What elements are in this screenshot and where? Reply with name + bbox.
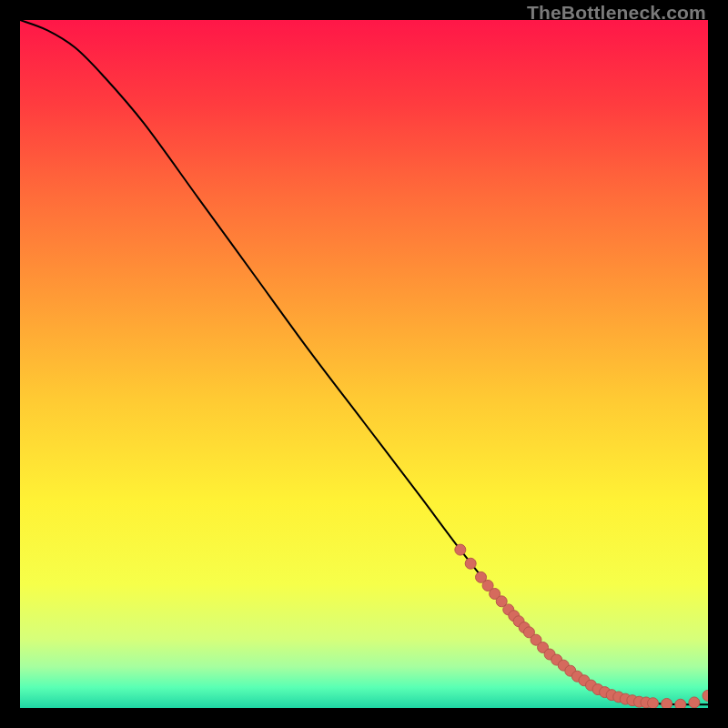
data-marker bbox=[465, 558, 476, 569]
watermark-text: TheBottleneck.com bbox=[527, 2, 706, 24]
data-marker bbox=[703, 690, 708, 701]
curve-line bbox=[20, 20, 708, 704]
chart-overlay bbox=[20, 20, 708, 708]
data-marker bbox=[689, 697, 700, 708]
data-marker bbox=[675, 699, 686, 708]
data-marker bbox=[648, 698, 659, 708]
data-marker bbox=[455, 544, 466, 555]
data-marker bbox=[662, 698, 672, 708]
chart-stage: TheBottleneck.com bbox=[0, 0, 728, 728]
marker-group bbox=[455, 544, 708, 708]
plot-area bbox=[20, 20, 708, 708]
